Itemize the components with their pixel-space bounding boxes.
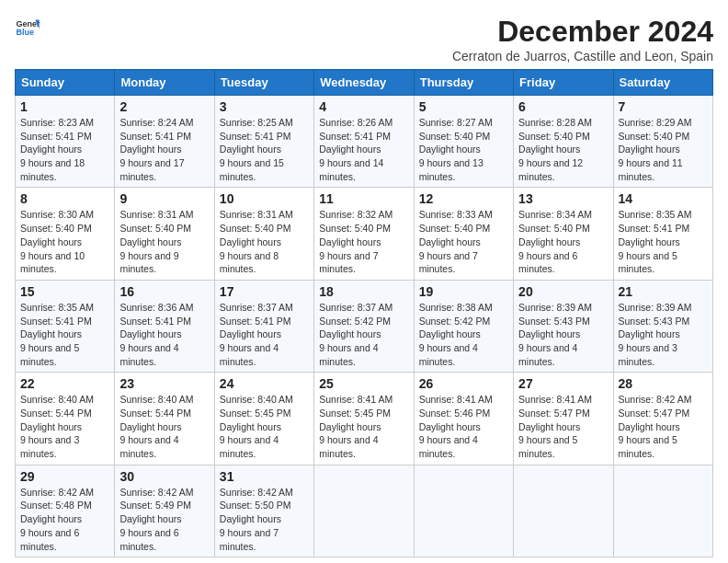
- day-number: 3: [220, 99, 309, 114]
- sunset-label: Sunset: 5:43 PM: [619, 316, 690, 327]
- daylight-label: Daylight hours: [119, 144, 181, 155]
- calendar-cell: 22 Sunrise: 8:40 AM Sunset: 5:44 PM Dayl…: [16, 373, 115, 465]
- day-number: 30: [119, 469, 209, 484]
- calendar-cell: 2 Sunrise: 8:24 AM Sunset: 5:41 PM Dayli…: [115, 96, 214, 188]
- sunrise-label: Sunrise: 8:24 AM: [119, 117, 193, 128]
- column-header-thursday: Thursday: [414, 70, 513, 96]
- calendar-cell: [414, 465, 513, 557]
- calendar-cell: 4 Sunrise: 8:26 AM Sunset: 5:41 PM Dayli…: [314, 96, 414, 188]
- sunrise-label: Sunrise: 8:27 AM: [419, 117, 493, 128]
- day-number: 16: [119, 284, 209, 299]
- calendar-week-row: 15 Sunrise: 8:35 AM Sunset: 5:41 PM Dayl…: [16, 280, 713, 372]
- daylight-value: 9 hours and 7 minutes.: [319, 250, 378, 275]
- daylight-label: Daylight hours: [220, 144, 281, 155]
- daylight-label: Daylight hours: [220, 236, 281, 247]
- calendar-cell: 12 Sunrise: 8:33 AM Sunset: 5:40 PM Dayl…: [414, 188, 513, 280]
- column-header-friday: Friday: [514, 70, 613, 96]
- day-info: Sunrise: 8:42 AM Sunset: 5:47 PM Dayligh…: [619, 393, 708, 460]
- sunrise-label: Sunrise: 8:40 AM: [20, 394, 94, 405]
- daylight-value: 9 hours and 3 minutes.: [619, 342, 677, 367]
- day-number: 22: [20, 376, 109, 391]
- day-number: 23: [119, 376, 209, 391]
- sunrise-label: Sunrise: 8:41 AM: [319, 394, 392, 405]
- calendar-cell: 18 Sunrise: 8:37 AM Sunset: 5:42 PM Dayl…: [314, 280, 414, 372]
- sunrise-label: Sunrise: 8:36 AM: [119, 302, 193, 313]
- sunset-label: Sunset: 5:40 PM: [518, 131, 590, 142]
- daylight-value: 9 hours and 6 minutes.: [119, 527, 178, 552]
- day-number: 29: [20, 469, 109, 484]
- page-title: December 2024: [452, 15, 713, 49]
- daylight-value: 9 hours and 4 minutes.: [319, 342, 378, 367]
- sunset-label: Sunset: 5:42 PM: [419, 316, 491, 327]
- day-info: Sunrise: 8:35 AM Sunset: 5:41 PM Dayligh…: [619, 208, 708, 275]
- day-number: 26: [419, 376, 508, 391]
- calendar-cell: 8 Sunrise: 8:30 AM Sunset: 5:40 PM Dayli…: [16, 188, 115, 280]
- day-info: Sunrise: 8:42 AM Sunset: 5:49 PM Dayligh…: [119, 486, 209, 553]
- daylight-label: Daylight hours: [20, 236, 82, 247]
- daylight-label: Daylight hours: [119, 236, 181, 247]
- calendar-cell: 24 Sunrise: 8:40 AM Sunset: 5:45 PM Dayl…: [214, 373, 313, 465]
- svg-text:Blue: Blue: [16, 28, 34, 37]
- daylight-label: Daylight hours: [419, 236, 481, 247]
- day-number: 6: [518, 99, 608, 114]
- daylight-value: 9 hours and 9 minutes.: [119, 250, 178, 275]
- daylight-label: Daylight hours: [518, 328, 580, 339]
- day-number: 11: [319, 191, 408, 206]
- day-info: Sunrise: 8:37 AM Sunset: 5:41 PM Dayligh…: [220, 301, 309, 368]
- sunrise-label: Sunrise: 8:37 AM: [319, 302, 392, 313]
- day-info: Sunrise: 8:40 AM Sunset: 5:44 PM Dayligh…: [119, 393, 209, 460]
- day-info: Sunrise: 8:34 AM Sunset: 5:40 PM Dayligh…: [518, 208, 608, 275]
- calendar-cell: 1 Sunrise: 8:23 AM Sunset: 5:41 PM Dayli…: [16, 96, 115, 188]
- calendar-cell: 14 Sunrise: 8:35 AM Sunset: 5:41 PM Dayl…: [613, 188, 712, 280]
- sunset-label: Sunset: 5:41 PM: [20, 131, 92, 142]
- sunset-label: Sunset: 5:46 PM: [419, 408, 491, 419]
- calendar-cell: 23 Sunrise: 8:40 AM Sunset: 5:44 PM Dayl…: [115, 373, 214, 465]
- sunset-label: Sunset: 5:40 PM: [518, 223, 590, 234]
- calendar-cell: [314, 465, 414, 557]
- column-header-saturday: Saturday: [613, 70, 712, 96]
- day-info: Sunrise: 8:37 AM Sunset: 5:42 PM Dayligh…: [319, 301, 408, 368]
- day-number: 10: [220, 191, 309, 206]
- daylight-label: Daylight hours: [20, 513, 82, 524]
- calendar-cell: 5 Sunrise: 8:27 AM Sunset: 5:40 PM Dayli…: [414, 96, 513, 188]
- day-info: Sunrise: 8:28 AM Sunset: 5:40 PM Dayligh…: [518, 116, 608, 183]
- daylight-value: 9 hours and 12 minutes.: [518, 157, 583, 182]
- day-number: 20: [518, 284, 608, 299]
- calendar-cell: 10 Sunrise: 8:31 AM Sunset: 5:40 PM Dayl…: [214, 188, 313, 280]
- daylight-label: Daylight hours: [518, 421, 580, 432]
- daylight-label: Daylight hours: [20, 144, 82, 155]
- sunset-label: Sunset: 5:40 PM: [619, 131, 690, 142]
- daylight-label: Daylight hours: [319, 421, 381, 432]
- day-info: Sunrise: 8:41 AM Sunset: 5:45 PM Dayligh…: [319, 393, 408, 460]
- day-number: 2: [119, 99, 209, 114]
- sunrise-label: Sunrise: 8:42 AM: [20, 487, 94, 498]
- calendar-cell: 25 Sunrise: 8:41 AM Sunset: 5:45 PM Dayl…: [314, 373, 414, 465]
- day-info: Sunrise: 8:41 AM Sunset: 5:46 PM Dayligh…: [419, 393, 508, 460]
- column-header-monday: Monday: [115, 70, 214, 96]
- daylight-value: 9 hours and 5 minutes.: [518, 434, 577, 459]
- day-info: Sunrise: 8:29 AM Sunset: 5:40 PM Dayligh…: [619, 116, 708, 183]
- sunrise-label: Sunrise: 8:40 AM: [119, 394, 193, 405]
- daylight-label: Daylight hours: [319, 328, 381, 339]
- daylight-label: Daylight hours: [419, 421, 481, 432]
- sunrise-label: Sunrise: 8:34 AM: [518, 209, 592, 220]
- daylight-value: 9 hours and 7 minutes.: [220, 527, 279, 552]
- calendar-cell: 9 Sunrise: 8:31 AM Sunset: 5:40 PM Dayli…: [115, 188, 214, 280]
- calendar-week-row: 29 Sunrise: 8:42 AM Sunset: 5:48 PM Dayl…: [16, 465, 713, 557]
- calendar-week-row: 22 Sunrise: 8:40 AM Sunset: 5:44 PM Dayl…: [16, 373, 713, 465]
- day-number: 19: [419, 284, 508, 299]
- calendar-cell: 20 Sunrise: 8:39 AM Sunset: 5:43 PM Dayl…: [514, 280, 613, 372]
- calendar-cell: 26 Sunrise: 8:41 AM Sunset: 5:46 PM Dayl…: [414, 373, 513, 465]
- daylight-label: Daylight hours: [119, 421, 181, 432]
- calendar-cell: 19 Sunrise: 8:38 AM Sunset: 5:42 PM Dayl…: [414, 280, 513, 372]
- sunrise-label: Sunrise: 8:33 AM: [419, 209, 493, 220]
- daylight-value: 9 hours and 5 minutes.: [20, 342, 79, 367]
- daylight-value: 9 hours and 4 minutes.: [419, 342, 478, 367]
- calendar-cell: 28 Sunrise: 8:42 AM Sunset: 5:47 PM Dayl…: [613, 373, 712, 465]
- calendar-cell: [514, 465, 613, 557]
- sunrise-label: Sunrise: 8:41 AM: [419, 394, 493, 405]
- day-info: Sunrise: 8:31 AM Sunset: 5:40 PM Dayligh…: [220, 208, 309, 275]
- calendar-header-row: SundayMondayTuesdayWednesdayThursdayFrid…: [16, 70, 713, 96]
- sunset-label: Sunset: 5:40 PM: [20, 223, 92, 234]
- sunrise-label: Sunrise: 8:35 AM: [619, 209, 692, 220]
